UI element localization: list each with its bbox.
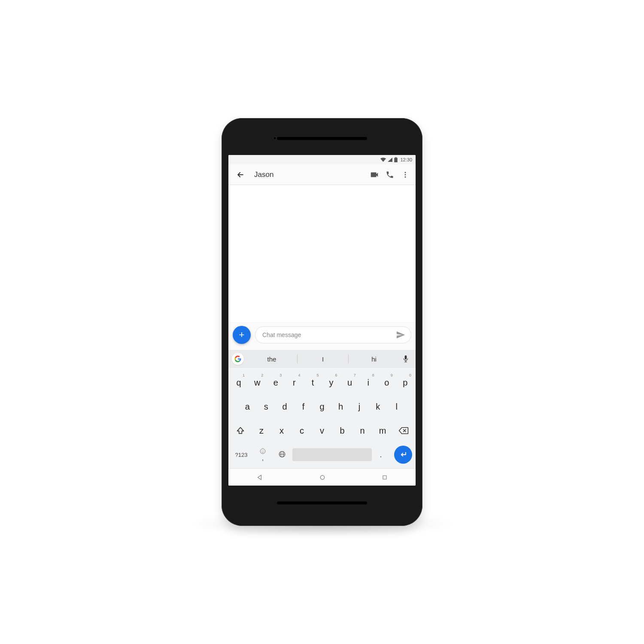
language-key[interactable] — [273, 444, 291, 465]
key-q[interactable]: q1 — [230, 372, 247, 393]
key-p[interactable]: p0 — [397, 372, 414, 393]
suggestion-3[interactable]: hi — [349, 350, 399, 368]
status-bar: 12:30 — [228, 155, 416, 164]
key-o[interactable]: o9 — [378, 372, 395, 393]
plus-icon: + — [239, 330, 245, 340]
circle-home-icon — [319, 474, 326, 481]
svg-point-14 — [320, 475, 324, 479]
triangle-back-icon — [256, 474, 263, 481]
conversation-title: Jason — [254, 170, 273, 179]
video-call-button[interactable] — [367, 167, 382, 182]
google-search-button[interactable] — [232, 353, 244, 365]
key-n[interactable]: n — [353, 420, 372, 441]
backspace-icon — [398, 426, 409, 435]
messages-area[interactable] — [228, 185, 416, 322]
key-j[interactable]: j — [351, 396, 368, 417]
cellular-icon — [388, 158, 392, 162]
period-key[interactable]: . — [373, 444, 389, 465]
clock-text: 12:30 — [400, 157, 412, 162]
voice-call-button[interactable] — [382, 167, 398, 182]
key-k[interactable]: k — [369, 396, 386, 417]
key-v[interactable]: v — [313, 420, 331, 441]
svg-point-3 — [405, 174, 406, 175]
svg-point-4 — [405, 176, 406, 177]
google-icon — [234, 355, 241, 362]
key-z[interactable]: z — [252, 420, 271, 441]
square-recent-icon — [382, 474, 388, 480]
keyboard: q1w2e3r4t5y6u7i8o9p0 asdfghjkl zxcvbnm ?… — [228, 368, 416, 468]
key-h[interactable]: h — [332, 396, 349, 417]
key-u[interactable]: u7 — [341, 372, 358, 393]
wifi-icon — [380, 158, 386, 162]
key-f[interactable]: f — [295, 396, 312, 417]
back-button[interactable] — [233, 167, 248, 182]
enter-icon — [399, 450, 407, 459]
attach-button[interactable]: + — [233, 326, 251, 344]
key-x[interactable]: x — [272, 420, 291, 441]
nav-recent-button[interactable] — [382, 474, 388, 480]
screen: 12:30 Jason — [228, 155, 416, 486]
key-b[interactable]: b — [333, 420, 352, 441]
key-a[interactable]: a — [239, 396, 256, 417]
shift-key[interactable] — [230, 420, 251, 441]
key-r[interactable]: r4 — [286, 372, 303, 393]
microphone-icon — [403, 355, 409, 363]
space-key[interactable] — [292, 448, 372, 461]
key-c[interactable]: c — [292, 420, 311, 441]
nav-back-button[interactable] — [256, 474, 263, 481]
suggestion-1[interactable]: the — [246, 350, 297, 368]
svg-point-10 — [263, 450, 264, 451]
suggestion-2[interactable]: I — [298, 350, 348, 368]
key-m[interactable]: m — [373, 420, 392, 441]
message-input[interactable] — [262, 331, 394, 338]
svg-point-2 — [405, 172, 406, 173]
phone-frame: 12:30 Jason — [222, 118, 422, 526]
voice-input-button[interactable] — [399, 355, 412, 363]
send-button[interactable] — [394, 328, 407, 342]
svg-rect-1 — [395, 157, 397, 158]
comma-key[interactable]: , — [254, 444, 272, 465]
svg-rect-5 — [405, 355, 407, 359]
overflow-menu-button[interactable] — [398, 167, 413, 182]
compose-bar: + — [228, 322, 416, 350]
enter-key[interactable] — [394, 446, 412, 464]
key-w[interactable]: w2 — [249, 372, 266, 393]
globe-icon — [278, 450, 286, 459]
system-nav-bar — [228, 468, 416, 486]
key-y[interactable]: y6 — [323, 372, 340, 393]
svg-point-9 — [262, 450, 262, 451]
key-e[interactable]: e3 — [267, 372, 284, 393]
svg-rect-0 — [395, 158, 398, 163]
symbols-key[interactable]: ?123 — [230, 444, 252, 465]
suggestion-strip: the I hi — [228, 350, 416, 368]
nav-home-button[interactable] — [319, 474, 326, 481]
backspace-key[interactable] — [393, 420, 414, 441]
shift-icon — [236, 426, 245, 435]
battery-icon — [394, 157, 398, 162]
svg-point-8 — [260, 449, 265, 454]
compose-field — [255, 326, 411, 343]
svg-rect-15 — [383, 475, 386, 479]
key-d[interactable]: d — [276, 396, 293, 417]
key-i[interactable]: i8 — [360, 372, 377, 393]
app-bar: Jason — [228, 164, 416, 185]
key-l[interactable]: l — [388, 396, 405, 417]
key-s[interactable]: s — [257, 396, 274, 417]
key-t[interactable]: t5 — [304, 372, 321, 393]
key-g[interactable]: g — [313, 396, 331, 417]
